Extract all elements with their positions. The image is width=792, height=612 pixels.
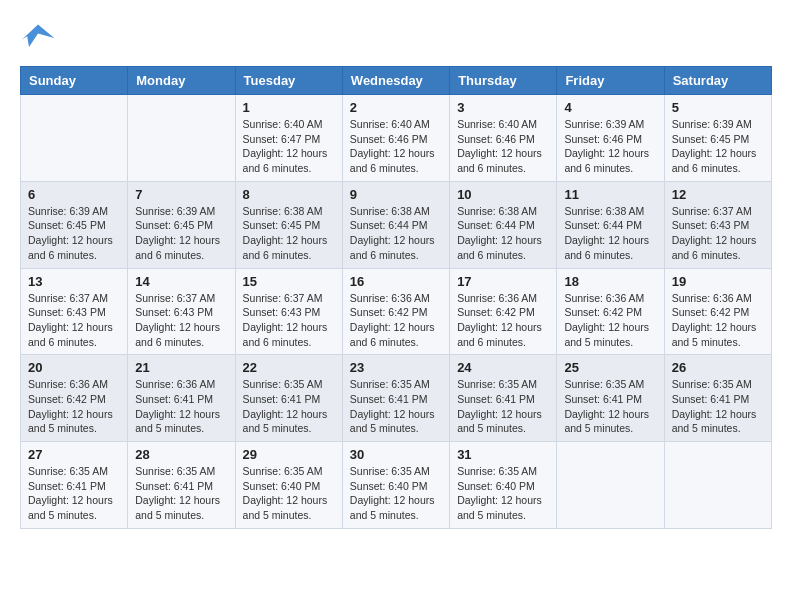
calendar-cell: 8Sunrise: 6:38 AMSunset: 6:45 PMDaylight… <box>235 181 342 268</box>
calendar-cell: 4Sunrise: 6:39 AMSunset: 6:46 PMDaylight… <box>557 95 664 182</box>
day-info: Sunrise: 6:37 AMSunset: 6:43 PMDaylight:… <box>28 291 120 350</box>
day-info: Sunrise: 6:36 AMSunset: 6:42 PMDaylight:… <box>28 377 120 436</box>
day-number: 8 <box>243 187 335 202</box>
day-number: 4 <box>564 100 656 115</box>
day-number: 24 <box>457 360 549 375</box>
calendar-cell: 20Sunrise: 6:36 AMSunset: 6:42 PMDayligh… <box>21 355 128 442</box>
calendar-cell: 14Sunrise: 6:37 AMSunset: 6:43 PMDayligh… <box>128 268 235 355</box>
calendar-cell: 24Sunrise: 6:35 AMSunset: 6:41 PMDayligh… <box>450 355 557 442</box>
calendar-cell: 10Sunrise: 6:38 AMSunset: 6:44 PMDayligh… <box>450 181 557 268</box>
week-row-1: 1Sunrise: 6:40 AMSunset: 6:47 PMDaylight… <box>21 95 772 182</box>
day-info: Sunrise: 6:36 AMSunset: 6:42 PMDaylight:… <box>457 291 549 350</box>
calendar-cell: 29Sunrise: 6:35 AMSunset: 6:40 PMDayligh… <box>235 442 342 529</box>
day-info: Sunrise: 6:38 AMSunset: 6:45 PMDaylight:… <box>243 204 335 263</box>
day-number: 10 <box>457 187 549 202</box>
day-info: Sunrise: 6:38 AMSunset: 6:44 PMDaylight:… <box>350 204 442 263</box>
day-info: Sunrise: 6:36 AMSunset: 6:42 PMDaylight:… <box>672 291 764 350</box>
day-info: Sunrise: 6:35 AMSunset: 6:40 PMDaylight:… <box>457 464 549 523</box>
calendar-cell: 30Sunrise: 6:35 AMSunset: 6:40 PMDayligh… <box>342 442 449 529</box>
day-info: Sunrise: 6:38 AMSunset: 6:44 PMDaylight:… <box>457 204 549 263</box>
calendar-cell: 15Sunrise: 6:37 AMSunset: 6:43 PMDayligh… <box>235 268 342 355</box>
day-number: 12 <box>672 187 764 202</box>
calendar-cell: 12Sunrise: 6:37 AMSunset: 6:43 PMDayligh… <box>664 181 771 268</box>
weekday-header-sunday: Sunday <box>21 67 128 95</box>
logo <box>20 20 60 56</box>
calendar-cell: 11Sunrise: 6:38 AMSunset: 6:44 PMDayligh… <box>557 181 664 268</box>
calendar-cell: 17Sunrise: 6:36 AMSunset: 6:42 PMDayligh… <box>450 268 557 355</box>
day-number: 13 <box>28 274 120 289</box>
day-number: 30 <box>350 447 442 462</box>
day-number: 2 <box>350 100 442 115</box>
calendar-cell: 31Sunrise: 6:35 AMSunset: 6:40 PMDayligh… <box>450 442 557 529</box>
day-number: 27 <box>28 447 120 462</box>
calendar-cell: 2Sunrise: 6:40 AMSunset: 6:46 PMDaylight… <box>342 95 449 182</box>
day-info: Sunrise: 6:36 AMSunset: 6:42 PMDaylight:… <box>350 291 442 350</box>
day-info: Sunrise: 6:40 AMSunset: 6:46 PMDaylight:… <box>350 117 442 176</box>
calendar-cell: 5Sunrise: 6:39 AMSunset: 6:45 PMDaylight… <box>664 95 771 182</box>
day-info: Sunrise: 6:40 AMSunset: 6:47 PMDaylight:… <box>243 117 335 176</box>
weekday-header-thursday: Thursday <box>450 67 557 95</box>
day-number: 15 <box>243 274 335 289</box>
calendar-cell: 28Sunrise: 6:35 AMSunset: 6:41 PMDayligh… <box>128 442 235 529</box>
day-info: Sunrise: 6:35 AMSunset: 6:41 PMDaylight:… <box>28 464 120 523</box>
day-number: 9 <box>350 187 442 202</box>
day-info: Sunrise: 6:37 AMSunset: 6:43 PMDaylight:… <box>135 291 227 350</box>
weekday-header-saturday: Saturday <box>664 67 771 95</box>
calendar-cell: 21Sunrise: 6:36 AMSunset: 6:41 PMDayligh… <box>128 355 235 442</box>
day-info: Sunrise: 6:37 AMSunset: 6:43 PMDaylight:… <box>672 204 764 263</box>
day-number: 23 <box>350 360 442 375</box>
day-number: 19 <box>672 274 764 289</box>
calendar-cell <box>128 95 235 182</box>
weekday-header-friday: Friday <box>557 67 664 95</box>
calendar-cell: 26Sunrise: 6:35 AMSunset: 6:41 PMDayligh… <box>664 355 771 442</box>
day-info: Sunrise: 6:36 AMSunset: 6:42 PMDaylight:… <box>564 291 656 350</box>
calendar-cell <box>557 442 664 529</box>
day-number: 6 <box>28 187 120 202</box>
weekday-header-tuesday: Tuesday <box>235 67 342 95</box>
week-row-3: 13Sunrise: 6:37 AMSunset: 6:43 PMDayligh… <box>21 268 772 355</box>
day-info: Sunrise: 6:39 AMSunset: 6:45 PMDaylight:… <box>672 117 764 176</box>
day-number: 29 <box>243 447 335 462</box>
day-number: 26 <box>672 360 764 375</box>
day-info: Sunrise: 6:39 AMSunset: 6:46 PMDaylight:… <box>564 117 656 176</box>
calendar-cell: 25Sunrise: 6:35 AMSunset: 6:41 PMDayligh… <box>557 355 664 442</box>
day-number: 20 <box>28 360 120 375</box>
day-info: Sunrise: 6:35 AMSunset: 6:41 PMDaylight:… <box>350 377 442 436</box>
day-number: 18 <box>564 274 656 289</box>
week-row-5: 27Sunrise: 6:35 AMSunset: 6:41 PMDayligh… <box>21 442 772 529</box>
svg-marker-0 <box>22 25 54 48</box>
calendar-cell: 23Sunrise: 6:35 AMSunset: 6:41 PMDayligh… <box>342 355 449 442</box>
day-info: Sunrise: 6:35 AMSunset: 6:41 PMDaylight:… <box>672 377 764 436</box>
day-info: Sunrise: 6:36 AMSunset: 6:41 PMDaylight:… <box>135 377 227 436</box>
page-header <box>20 20 772 56</box>
day-number: 31 <box>457 447 549 462</box>
calendar-cell: 18Sunrise: 6:36 AMSunset: 6:42 PMDayligh… <box>557 268 664 355</box>
calendar-cell <box>21 95 128 182</box>
day-info: Sunrise: 6:39 AMSunset: 6:45 PMDaylight:… <box>135 204 227 263</box>
day-info: Sunrise: 6:35 AMSunset: 6:40 PMDaylight:… <box>350 464 442 523</box>
day-number: 5 <box>672 100 764 115</box>
calendar-cell: 22Sunrise: 6:35 AMSunset: 6:41 PMDayligh… <box>235 355 342 442</box>
day-number: 25 <box>564 360 656 375</box>
day-number: 14 <box>135 274 227 289</box>
day-number: 3 <box>457 100 549 115</box>
calendar-cell: 27Sunrise: 6:35 AMSunset: 6:41 PMDayligh… <box>21 442 128 529</box>
weekday-header-row: SundayMondayTuesdayWednesdayThursdayFrid… <box>21 67 772 95</box>
day-info: Sunrise: 6:35 AMSunset: 6:41 PMDaylight:… <box>243 377 335 436</box>
day-number: 11 <box>564 187 656 202</box>
day-info: Sunrise: 6:37 AMSunset: 6:43 PMDaylight:… <box>243 291 335 350</box>
calendar-cell: 6Sunrise: 6:39 AMSunset: 6:45 PMDaylight… <box>21 181 128 268</box>
calendar-cell: 19Sunrise: 6:36 AMSunset: 6:42 PMDayligh… <box>664 268 771 355</box>
calendar-cell: 16Sunrise: 6:36 AMSunset: 6:42 PMDayligh… <box>342 268 449 355</box>
day-info: Sunrise: 6:35 AMSunset: 6:41 PMDaylight:… <box>564 377 656 436</box>
week-row-4: 20Sunrise: 6:36 AMSunset: 6:42 PMDayligh… <box>21 355 772 442</box>
day-info: Sunrise: 6:38 AMSunset: 6:44 PMDaylight:… <box>564 204 656 263</box>
day-number: 1 <box>243 100 335 115</box>
calendar-cell: 7Sunrise: 6:39 AMSunset: 6:45 PMDaylight… <box>128 181 235 268</box>
calendar-cell: 3Sunrise: 6:40 AMSunset: 6:46 PMDaylight… <box>450 95 557 182</box>
day-number: 16 <box>350 274 442 289</box>
day-number: 7 <box>135 187 227 202</box>
day-number: 21 <box>135 360 227 375</box>
day-info: Sunrise: 6:39 AMSunset: 6:45 PMDaylight:… <box>28 204 120 263</box>
day-info: Sunrise: 6:35 AMSunset: 6:41 PMDaylight:… <box>457 377 549 436</box>
